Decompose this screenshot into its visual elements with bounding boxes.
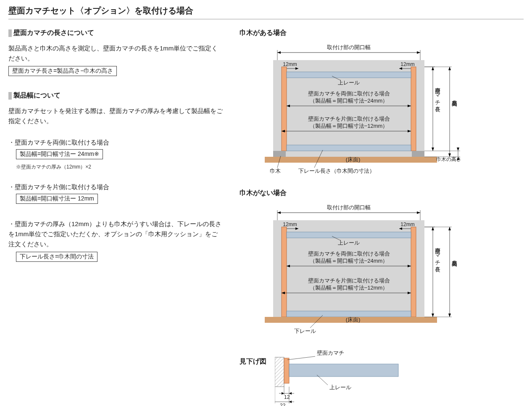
item-thin-baseboard: ・壁面カマチの厚み（12mm）よりも巾木がうすい場合は、下レールの長さを1mm単… bbox=[8, 219, 223, 264]
label-opening-width-2: 取付け部の開口幅 bbox=[327, 204, 371, 211]
label-one-line1-1: 壁面カマチを片側に取付ける場合 bbox=[308, 116, 390, 122]
label-dim-22: 22 bbox=[280, 403, 286, 406]
svg-marker-68 bbox=[432, 314, 434, 317]
label-floor-1: (床面) bbox=[346, 156, 361, 163]
left-column: 壁面カマチの長さについて 製品高さと巾木の高さを測定し、壁面カマチの長さを1mm… bbox=[8, 29, 223, 406]
case1-title: 巾木がある場合 bbox=[240, 29, 524, 37]
label-one-side: ・壁面カマチを片側に取付ける場合 bbox=[8, 183, 223, 191]
svg-marker-2 bbox=[417, 51, 420, 54]
svg-marker-67 bbox=[432, 227, 434, 230]
label-one-line1-2: 壁面カマチを片側に取付ける場合 bbox=[308, 277, 390, 284]
svg-line-79 bbox=[287, 356, 315, 360]
label-one-line2-2: （製品幅＝開口幅寸法−12mm） bbox=[310, 285, 388, 291]
svg-rect-13 bbox=[411, 67, 416, 151]
svg-rect-22 bbox=[287, 145, 411, 151]
topview-title: 見下げ図 bbox=[240, 357, 266, 366]
note-both-sides: ※壁面カマチの厚み（12mm）×2 bbox=[16, 163, 223, 171]
label-dim-12: 12 bbox=[284, 394, 290, 400]
heading-kamachi-length: 壁面カマチの長さについて bbox=[8, 29, 223, 37]
label-baseboard-1: 巾木 bbox=[270, 168, 281, 174]
label-kamachi-len-1: 壁面カマチ長さ bbox=[435, 84, 441, 112]
svg-rect-12 bbox=[282, 67, 287, 151]
section-product-width: 製品幅について 壁面カマチセットを発注する際は、壁面カマチの厚みを考慮して製品幅… bbox=[8, 91, 223, 126]
section-kamachi-length: 壁面カマチの長さについて 製品高さと巾木の高さを測定し、壁面カマチの長さを1mm… bbox=[8, 29, 223, 79]
label-top-rail-topview: 上レール bbox=[329, 384, 351, 390]
case2-title: 巾木がない場合 bbox=[240, 189, 524, 198]
svg-marker-73 bbox=[448, 314, 451, 317]
item-one-side: ・壁面カマチを片側に取付ける場合 製品幅=開口幅寸法ー 12mm bbox=[8, 183, 223, 206]
formula-kamachi-length: 壁面カマチ長さ=製品高さ−巾木の高さ bbox=[8, 66, 117, 76]
label-both-line2-2: （製品幅＝開口幅寸法−24mm） bbox=[310, 258, 388, 264]
svg-rect-77 bbox=[284, 358, 289, 383]
label-12mm-right-2: 12mm bbox=[400, 221, 414, 227]
label-baseboard-h-1: 巾木の高さ bbox=[436, 156, 461, 162]
label-product-h-1: 製品高さ bbox=[452, 96, 458, 107]
item-both-sides: ・壁面カマチを両側に取付ける場合 製品幅=開口幅寸法ー 24mm※ ※壁面カマチ… bbox=[8, 139, 223, 171]
formula-one-side: 製品幅=開口幅寸法ー 12mm bbox=[16, 194, 98, 204]
svg-marker-30 bbox=[432, 148, 434, 151]
svg-rect-54 bbox=[411, 227, 416, 317]
svg-marker-29 bbox=[432, 67, 434, 70]
svg-rect-53 bbox=[282, 227, 287, 317]
svg-rect-76 bbox=[275, 357, 284, 387]
svg-rect-14 bbox=[287, 72, 411, 78]
formula-both-sides: 製品幅=開口幅寸法ー 24mm※ bbox=[16, 149, 103, 159]
diagram-case2: 取付け部の開口幅 12mm 12mm 上レール bbox=[240, 202, 524, 336]
svg-marker-43 bbox=[417, 211, 420, 214]
diagram-topview: 見下げ図 壁面カマチ 上レール bbox=[240, 349, 524, 406]
para-thin-baseboard: ・壁面カマチの厚み（12mm）よりも巾木がうすい場合は、下レールの長さを1mm単… bbox=[8, 219, 223, 249]
label-opening-width-1: 取付け部の開口幅 bbox=[327, 44, 371, 50]
para-kamachi-length: 製品高さと巾木の高さを測定し、壁面カマチの長さを1mm単位でご指定ください。 bbox=[8, 43, 223, 63]
svg-marker-89 bbox=[289, 401, 292, 403]
svg-marker-34 bbox=[448, 67, 451, 70]
svg-marker-42 bbox=[277, 211, 281, 214]
diagram-case1: 取付け部の開口幅 12mm 12mm bbox=[240, 42, 524, 176]
label-both-line1-1: 壁面カマチを両側に取付ける場合 bbox=[308, 90, 390, 97]
para-product-width: 壁面カマチセットを発注する際は、壁面カマチの厚みを考慮して製品幅をご指定ください… bbox=[8, 106, 223, 126]
heading-product-width: 製品幅について bbox=[8, 91, 223, 100]
label-one-line2-1: （製品幅＝開口幅寸法−12mm） bbox=[310, 123, 388, 129]
page-title: 壁面カマチセット〈オプション〉を取付ける場合 bbox=[8, 5, 524, 19]
right-column: 巾木がある場合 取付け部の開口幅 12mm 12mm bbox=[240, 29, 524, 406]
formula-bottom-rail: 下レール長さ=巾木間の寸法 bbox=[16, 252, 97, 262]
label-top-rail-1: 上レール bbox=[338, 79, 360, 86]
svg-marker-1 bbox=[277, 51, 281, 54]
label-top-rail-2: 上レール bbox=[338, 240, 360, 246]
label-12mm-left-2: 12mm bbox=[283, 221, 297, 227]
label-kamachi-len-2: 壁面カマチ長さ bbox=[435, 244, 441, 272]
label-kamachi-topview: 壁面カマチ bbox=[317, 350, 344, 356]
label-12mm-left-1: 12mm bbox=[283, 61, 297, 67]
svg-marker-72 bbox=[448, 227, 451, 230]
label-product-h-2: 製品高さ bbox=[452, 256, 458, 267]
label-both-line2-1: （製品幅＝開口幅寸法−24mm） bbox=[310, 98, 388, 104]
label-12mm-right-1: 12mm bbox=[400, 61, 414, 67]
label-floor-2: (床面) bbox=[346, 316, 361, 323]
label-bottom-rail-2: 下レール bbox=[294, 328, 316, 334]
svg-rect-24 bbox=[412, 151, 424, 157]
svg-rect-78 bbox=[289, 364, 398, 377]
svg-rect-23 bbox=[273, 151, 286, 157]
svg-rect-55 bbox=[287, 232, 411, 238]
label-both-line1-2: 壁面カマチを両側に取付ける場合 bbox=[308, 250, 390, 257]
label-bottom-rail-len-1: 下レール長さ（巾木間の寸法） bbox=[298, 168, 375, 174]
label-both-sides: ・壁面カマチを両側に取付ける場合 bbox=[8, 139, 223, 147]
svg-rect-63 bbox=[287, 311, 411, 317]
svg-marker-39 bbox=[457, 148, 459, 151]
